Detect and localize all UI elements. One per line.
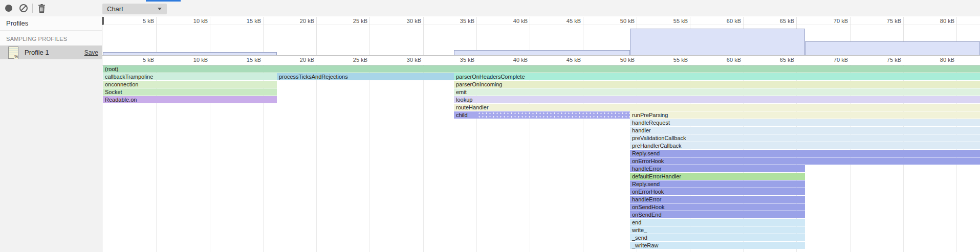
flame-frame-send[interactable]: _send: [630, 234, 805, 241]
flame-ruler-tick-label: 25 kB: [337, 57, 367, 63]
chart-view-select[interactable]: Chart: [102, 4, 167, 14]
flame-ruler-tick-label: 35 kB: [444, 57, 474, 63]
flame-frame-callbacktrampoline[interactable]: callbackTrampoline: [103, 73, 277, 80]
selected-tab-indicator: [146, 0, 181, 2]
gridline: [316, 17, 317, 55]
overview-ruler-border: [102, 25, 980, 25]
overview-ruler-tick-label: 45 kB: [550, 18, 581, 24]
flame-frame-onerrorhook[interactable]: onErrorHook: [630, 157, 980, 165]
profiles-header: Profiles: [6, 19, 28, 27]
trash-icon[interactable]: [38, 4, 46, 15]
flame-ruler-tick-label: 5 kB: [123, 57, 154, 63]
overview-ruler-tick-label: 35 kB: [444, 18, 474, 24]
overview-ruler-tick-label: 70 kB: [817, 18, 848, 24]
flame-ruler-tick-label: 80 kB: [924, 57, 954, 63]
chevron-down-icon: [158, 8, 162, 10]
overview-ruler-tick-label: 40 kB: [497, 18, 528, 24]
flame-frame-onsendend[interactable]: onSendEnd: [630, 211, 805, 218]
flame-frame-lookup[interactable]: lookup: [454, 96, 980, 103]
sampling-profiles-section-label: SAMPLING PROFILES: [6, 36, 67, 42]
overview-ruler-tick-label: 60 kB: [710, 18, 741, 24]
profiler-panel: Chart Profiles SAMPLING PROFILES % Profi…: [0, 0, 980, 252]
clear-icon[interactable]: [19, 4, 28, 12]
flame-frame-reply-send[interactable]: Reply.send: [630, 150, 980, 157]
gridline: [156, 17, 157, 55]
overview-area-step: [630, 29, 805, 55]
gridline: [583, 17, 583, 55]
gridline: [369, 17, 370, 55]
flame-ruler-tick-label: 70 kB: [817, 57, 848, 63]
chart-view-select-value: Chart: [107, 5, 123, 13]
overview-area-step: [805, 41, 980, 55]
gridline: [530, 17, 530, 55]
flame-frame-root[interactable]: (root): [103, 65, 980, 73]
overview-ruler-tick-label: 5 kB: [123, 18, 154, 24]
sidebar-divider: [0, 30, 102, 31]
overview-ruler-tick-label: 75 kB: [870, 18, 901, 24]
flame-frame-onsendhook[interactable]: onSendHook: [630, 203, 805, 211]
flame-ruler-tick-label: 10 kB: [177, 57, 208, 63]
flame-ruler-tick-label: 55 kB: [657, 57, 688, 63]
flame-frame-child[interactable]: child: [454, 111, 630, 119]
flame-ruler-tick-label: 50 kB: [604, 57, 635, 63]
sidebar-empty-area: [0, 59, 102, 252]
flame-frame-end[interactable]: end: [630, 219, 805, 226]
flame-ruler-tick-label: 20 kB: [284, 57, 314, 63]
flame-ruler-tick-label: 15 kB: [230, 57, 261, 63]
sidebar-item-profile-1[interactable]: % Profile 1 Save: [0, 45, 102, 59]
overview-ruler-tick-label: 10 kB: [177, 18, 208, 24]
toolbar: Chart: [0, 0, 980, 17]
gridline: [423, 65, 424, 252]
flame-frame-parseronheaderscomplete[interactable]: parserOnHeadersComplete: [454, 73, 980, 80]
gridline: [423, 17, 424, 55]
flame-frame-handleerror[interactable]: handleError: [630, 165, 805, 172]
overview-ruler-tick-label: 65 kB: [764, 18, 794, 24]
gridline: [476, 17, 477, 55]
flame-frame-socket[interactable]: Socket: [103, 88, 277, 96]
overview-ruler-tick-label: 30 kB: [390, 18, 421, 24]
flame-frame-runpreparsing[interactable]: runPreParsing: [630, 111, 980, 119]
flame-frame-emit[interactable]: emit: [454, 88, 980, 96]
overview-window-resizer[interactable]: [102, 17, 104, 25]
save-link[interactable]: Save: [84, 49, 98, 56]
flame-frame-readable-on[interactable]: Readable.on: [103, 96, 277, 103]
overview-area-step: [454, 50, 630, 55]
flame-frame-write[interactable]: write_: [630, 226, 805, 234]
flame-frame-parseronincoming[interactable]: parserOnIncoming: [454, 81, 980, 88]
flame-ruler-tick-label: 40 kB: [497, 57, 528, 63]
flame-frame-reply-send[interactable]: Reply.send: [630, 180, 805, 188]
flame-frame-prevalidationcallback[interactable]: preValidationCallback: [630, 134, 980, 142]
profile-name: Profile 1: [25, 49, 49, 56]
flame-frame-writeraw[interactable]: _writeRaw: [630, 242, 805, 249]
gridline: [369, 65, 370, 252]
flame-ruler-tick-label: 30 kB: [390, 57, 421, 63]
flame-frame-handlerequest[interactable]: handleRequest: [630, 119, 980, 126]
gridline: [210, 17, 210, 55]
flame-frame-processticksandrejections[interactable]: processTicksAndRejections: [277, 73, 454, 80]
overview-ruler-tick-label: 15 kB: [230, 18, 261, 24]
overview-ruler-tick-label: 50 kB: [604, 18, 635, 24]
flame-frame-defaulterrorhandler[interactable]: defaultErrorHandler: [630, 173, 805, 180]
flame-frame-prehandlercallback[interactable]: preHandlerCallback: [630, 142, 980, 149]
overview-ruler-tick-label: 20 kB: [284, 18, 314, 24]
overview-area-step: [103, 52, 277, 55]
flame-ruler-tick-label: 75 kB: [870, 57, 901, 63]
flame-ruler-tick-label: 45 kB: [550, 57, 581, 63]
flame-frame-handler[interactable]: handler: [630, 127, 980, 134]
flame-frame-onerrorhook[interactable]: onErrorHook: [630, 188, 805, 195]
gridline: [263, 17, 264, 55]
flame-ruler-tick-label: 60 kB: [710, 57, 741, 63]
record-icon[interactable]: [5, 5, 12, 12]
overview-ruler-tick-label: 25 kB: [337, 18, 367, 24]
flame-frame-handleerror[interactable]: handleError: [630, 196, 805, 203]
toolbar-separator: [32, 4, 33, 13]
sidebar: Profiles SAMPLING PROFILES % Profile 1 S…: [0, 16, 102, 252]
flame-frame-onconnection[interactable]: onconnection: [103, 81, 277, 88]
flame-ruler-tick-label: 65 kB: [764, 57, 794, 63]
profile-document-icon: %: [8, 47, 18, 59]
overview-ruler-tick-label: 55 kB: [657, 18, 688, 24]
flame-frame-routehandler[interactable]: routeHandler: [454, 104, 980, 111]
overview-ruler-tick-label: 80 kB: [924, 18, 954, 24]
gridline: [316, 65, 317, 252]
